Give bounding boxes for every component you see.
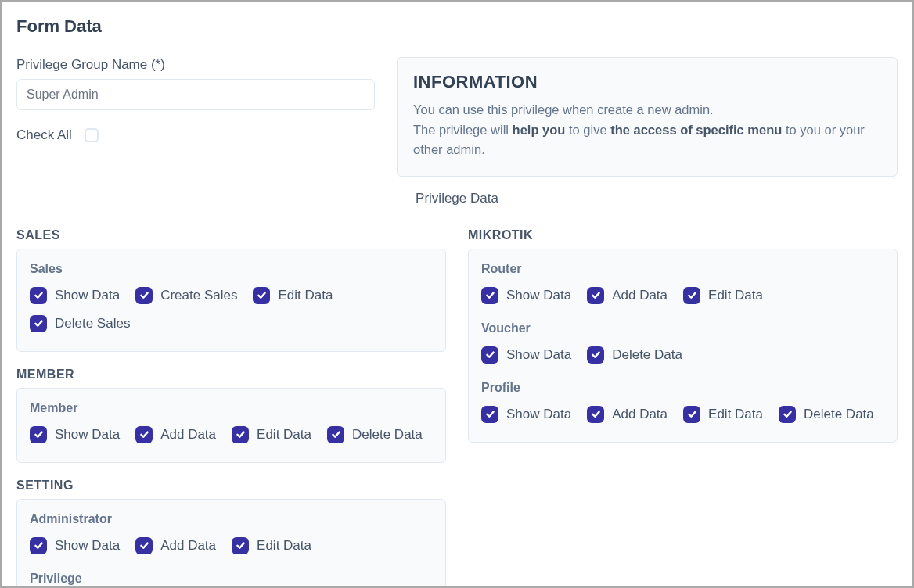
group-title: Profile (481, 381, 884, 395)
privilege-checkbox-item[interactable]: Add Data (135, 426, 216, 443)
category-title: MIKROTIK (468, 228, 898, 242)
privilege-checkbox-item[interactable]: Create Sales (135, 287, 237, 304)
privilege-label: Delete Data (612, 347, 682, 363)
checkbox-checked-icon[interactable] (587, 346, 604, 364)
checkbox-checked-icon[interactable] (253, 287, 270, 304)
privilege-checkbox-item[interactable]: Delete Data (779, 406, 874, 423)
checkbox-checked-icon[interactable] (232, 537, 249, 554)
check-all-checkbox[interactable] (85, 128, 99, 142)
checkbox-checked-icon[interactable] (30, 537, 47, 554)
privilege-label: Show Data (55, 427, 120, 443)
privilege-label: Show Data (506, 288, 571, 303)
checkbox-checked-icon[interactable] (587, 406, 604, 423)
privilege-checkbox-item[interactable]: Edit Data (253, 287, 333, 304)
privilege-label: Edit Data (257, 538, 311, 554)
privilege-checkbox-item[interactable]: Edit Data (683, 287, 763, 304)
privilege-checkbox-item[interactable]: Show Data (30, 426, 120, 443)
privilege-label: Add Data (160, 427, 216, 443)
group-title: Sales (30, 262, 433, 276)
privilege-panel: SalesShow DataCreate SalesEdit DataDelet… (16, 249, 446, 352)
category-title: MEMBER (16, 368, 446, 382)
privilege-panel: MemberShow DataAdd DataEdit DataDelete D… (16, 388, 446, 463)
privilege-checkbox-item[interactable]: Delete Sales (30, 315, 130, 332)
privilege-label: Show Data (55, 288, 120, 303)
privilege-label: Create Sales (160, 288, 237, 303)
privilege-checkbox-item[interactable]: Show Data (30, 537, 120, 554)
checkbox-checked-icon[interactable] (135, 287, 153, 304)
checkbox-checked-icon[interactable] (481, 346, 498, 364)
privilege-checkbox-item[interactable]: Show Data (481, 287, 571, 304)
checkbox-checked-icon[interactable] (135, 426, 153, 443)
privilege-label: Show Data (506, 347, 571, 363)
privilege-checkbox-item[interactable]: Show Data (481, 406, 571, 423)
privilege-panel: RouterShow DataAdd DataEdit DataVoucherS… (468, 249, 898, 443)
privilege-label: Edit Data (708, 407, 763, 422)
privilege-panel: AdministratorShow DataAdd DataEdit DataP… (16, 499, 446, 588)
privilege-checkbox-item[interactable]: Add Data (587, 406, 668, 423)
privilege-label: Show Data (506, 407, 571, 422)
group-name-input[interactable] (16, 79, 375, 110)
info-title: INFORMATION (413, 72, 881, 92)
privilege-label: Edit Data (278, 288, 333, 303)
checkbox-checked-icon[interactable] (135, 537, 153, 554)
privilege-checkbox-item[interactable]: Add Data (135, 537, 216, 554)
group-title: Router (481, 262, 884, 276)
group-title: Member (30, 401, 433, 415)
privilege-checkbox-item[interactable]: Show Data (481, 346, 571, 364)
privilege-checkbox-item[interactable]: Edit Data (232, 537, 311, 554)
privilege-label: Delete Sales (55, 316, 130, 332)
group-title: Privilege (30, 572, 433, 586)
checkbox-checked-icon[interactable] (481, 406, 498, 423)
checkbox-checked-icon[interactable] (779, 406, 796, 423)
category-title: SETTING (16, 479, 446, 493)
privilege-label: Add Data (612, 407, 668, 422)
privilege-checkbox-item[interactable]: Show Data (30, 287, 120, 304)
privilege-checkbox-item[interactable]: Add Data (587, 287, 668, 304)
privilege-label: Delete Data (352, 427, 423, 443)
privilege-checkbox-item[interactable]: Delete Data (327, 426, 423, 443)
privilege-checkbox-item[interactable]: Edit Data (683, 406, 763, 423)
group-title: Administrator (30, 512, 433, 526)
info-panel: INFORMATION You can use this privilege w… (397, 57, 898, 177)
privilege-label: Add Data (612, 288, 668, 303)
privilege-column-right: MIKROTIKRouterShow DataAdd DataEdit Data… (468, 224, 898, 588)
checkbox-checked-icon[interactable] (232, 426, 249, 443)
privilege-label: Edit Data (708, 288, 763, 303)
group-name-label: Privilege Group Name (*) (16, 57, 375, 73)
checkbox-checked-icon[interactable] (30, 287, 47, 304)
group-title: Voucher (481, 321, 884, 335)
privilege-divider: Privilege Data (16, 191, 898, 206)
check-all-label: Check All (16, 127, 72, 143)
privilege-label: Delete Data (804, 407, 874, 422)
privilege-label: Show Data (55, 538, 120, 554)
category-title: SALES (16, 228, 446, 242)
privilege-checkbox-item[interactable]: Delete Data (587, 346, 682, 364)
privilege-column-left: SALESSalesShow DataCreate SalesEdit Data… (16, 224, 446, 588)
privilege-checkbox-item[interactable]: Edit Data (232, 426, 311, 443)
privilege-label: Edit Data (257, 427, 311, 443)
checkbox-checked-icon[interactable] (683, 406, 700, 423)
info-body: You can use this privilege when create a… (413, 100, 881, 160)
checkbox-checked-icon[interactable] (587, 287, 604, 304)
privilege-label: Add Data (160, 538, 216, 554)
page-title: Form Data (16, 16, 898, 37)
checkbox-checked-icon[interactable] (683, 287, 700, 304)
checkbox-checked-icon[interactable] (30, 315, 47, 332)
checkbox-checked-icon[interactable] (30, 426, 47, 443)
checkbox-checked-icon[interactable] (327, 426, 344, 443)
checkbox-checked-icon[interactable] (481, 287, 498, 304)
